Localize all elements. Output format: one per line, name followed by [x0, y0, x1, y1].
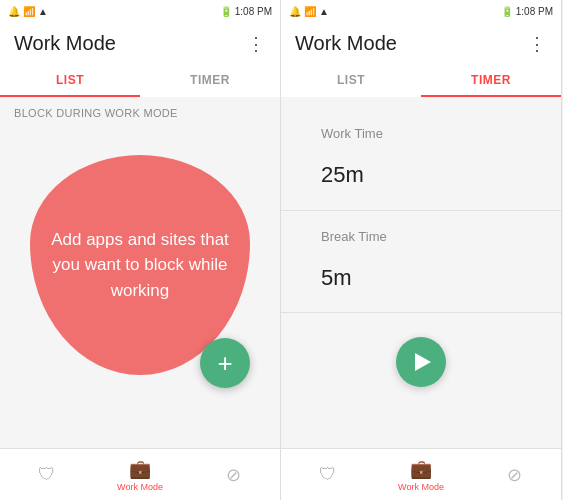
left-main-content: Add apps and sites that you want to bloc… — [0, 125, 280, 448]
break-time-block: Break Time 5m — [281, 211, 561, 313]
status-bar-left: 🔔 📶 ▲ 🔋 1:08 PM — [0, 0, 280, 22]
break-time-label: Break Time — [321, 229, 387, 244]
work-time-value: 25m — [321, 143, 364, 191]
right-bottom-nav: 🛡 💼 Work Mode ⊘ — [281, 448, 561, 500]
block-icon-r: ⊘ — [507, 464, 522, 486]
nav-shield-right[interactable]: 🛡 — [298, 464, 358, 485]
right-header-top: Work Mode ⋮ — [295, 32, 547, 55]
nav-block-left[interactable]: ⊘ — [203, 464, 263, 486]
battery-icon-r: 🔋 — [501, 6, 513, 17]
nav-workmode-left[interactable]: 💼 Work Mode — [110, 458, 170, 492]
left-title: Work Mode — [14, 32, 116, 55]
left-header-top: Work Mode ⋮ — [14, 32, 266, 55]
workmode-icon-r: 💼 — [410, 458, 432, 480]
workmode-label: Work Mode — [117, 482, 163, 492]
status-icons-right-r: 🔋 1:08 PM — [501, 6, 553, 17]
status-icons-left: 🔔 📶 ▲ — [8, 6, 48, 17]
tab-timer-right[interactable]: TIMER — [421, 63, 561, 97]
right-more-button[interactable]: ⋮ — [528, 33, 547, 55]
nav-workmode-right[interactable]: 💼 Work Mode — [391, 458, 451, 492]
wifi-icon-r: ▲ — [319, 6, 329, 17]
left-header: Work Mode ⋮ — [0, 22, 280, 63]
wifi-icon: ▲ — [38, 6, 48, 17]
status-icons-left-r: 🔔 📶 ▲ — [289, 6, 329, 17]
break-time-value: 5m — [321, 246, 352, 294]
status-icons-right: 🔋 1:08 PM — [220, 6, 272, 17]
signal-icon-r: 📶 — [304, 6, 316, 17]
left-more-button[interactable]: ⋮ — [247, 33, 266, 55]
right-title: Work Mode — [295, 32, 397, 55]
shield-icon-r: 🛡 — [319, 464, 337, 485]
time-display: 1:08 PM — [235, 6, 272, 17]
play-button[interactable] — [396, 337, 446, 387]
block-icon: ⊘ — [226, 464, 241, 486]
blob-text: Add apps and sites that you want to bloc… — [30, 207, 250, 324]
shield-icon: 🛡 — [38, 464, 56, 485]
work-time-label: Work Time — [321, 126, 383, 141]
tab-list-left[interactable]: LIST — [0, 63, 140, 97]
left-tabs: LIST TIMER — [0, 63, 280, 97]
right-main-content: Work Time 25m Break Time 5m — [281, 97, 561, 448]
workmode-label-r: Work Mode — [398, 482, 444, 492]
left-bottom-nav: 🛡 💼 Work Mode ⊘ — [0, 448, 280, 500]
play-icon — [415, 353, 431, 371]
status-bar-right: 🔔 📶 ▲ 🔋 1:08 PM — [281, 0, 561, 22]
signal-icon: 📶 — [23, 6, 35, 17]
nav-shield-left[interactable]: 🛡 — [17, 464, 77, 485]
section-label: BLOCK DURING WORK MODE — [0, 97, 280, 125]
nav-block-right[interactable]: ⊘ — [484, 464, 544, 486]
notification-icon-r: 🔔 — [289, 6, 301, 17]
workmode-icon: 💼 — [129, 458, 151, 480]
right-panel: 🔔 📶 ▲ 🔋 1:08 PM Work Mode ⋮ LIST TIMER W… — [281, 0, 562, 500]
tab-timer-left[interactable]: TIMER — [140, 63, 280, 97]
right-header: Work Mode ⋮ — [281, 22, 561, 63]
left-panel: 🔔 📶 ▲ 🔋 1:08 PM Work Mode ⋮ LIST TIMER B… — [0, 0, 281, 500]
work-time-block: Work Time 25m — [281, 108, 561, 210]
notification-icon: 🔔 — [8, 6, 20, 17]
add-app-button[interactable]: + — [200, 338, 250, 388]
tab-list-right[interactable]: LIST — [281, 63, 421, 97]
time-display-r: 1:08 PM — [516, 6, 553, 17]
battery-icon: 🔋 — [220, 6, 232, 17]
right-tabs: LIST TIMER — [281, 63, 561, 97]
